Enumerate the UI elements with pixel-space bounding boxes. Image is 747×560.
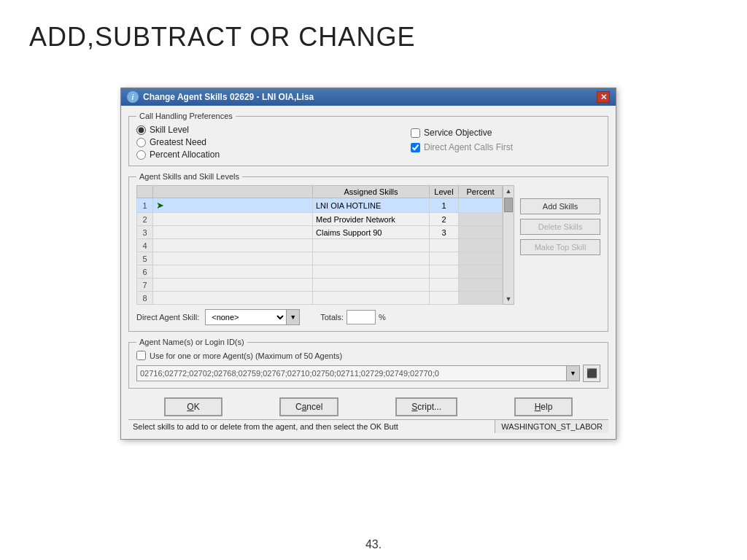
agent-section-legend: Agent Name(s) or Login ID(s) — [136, 338, 247, 346]
scroll-up-arrow[interactable]: ▲ — [506, 186, 512, 196]
col-header-percent: Percent — [459, 186, 503, 198]
agent-id-dropdown-arrow[interactable]: ▼ — [566, 366, 579, 381]
help-button[interactable]: Help — [514, 397, 573, 416]
agent-checkbox-row[interactable]: Use for one or more Agent(s) (Maximum of… — [136, 351, 600, 360]
row-num: 7 — [137, 279, 153, 292]
main-window: i Change Agent Skills 02629 - LNI OIA,Li… — [120, 88, 616, 440]
greatest-need-label: Greatest Need — [150, 137, 206, 147]
call-handling-content: Skill Level Greatest Need Percent Alloca… — [136, 125, 600, 160]
call-handling-legend: Call Handling Preferences — [136, 112, 236, 120]
skill-percent — [459, 213, 503, 226]
skill-name — [313, 292, 430, 305]
direct-agent-select-wrapper[interactable]: <none> ▼ — [205, 309, 300, 325]
service-objective-label: Service Objective — [424, 128, 492, 138]
skill-percent — [459, 265, 503, 279]
skill-name: LNI OIA HOTLINE — [313, 198, 430, 213]
skill-name — [313, 239, 430, 252]
radio-skill-level[interactable]: Skill Level — [136, 125, 297, 135]
skill-name — [313, 279, 430, 292]
totals-area: Totals: % — [320, 310, 386, 324]
direct-agent-row: Direct Agent Skill: <none> ▼ Totals: % — [136, 309, 600, 325]
row-num: 5 — [137, 252, 153, 265]
use-for-agents-label: Use for one or more Agent(s) (Maximum of… — [150, 351, 342, 360]
agent-id-input-wrapper[interactable]: 02716;02772;02702;02768;02759;02767;0271… — [136, 365, 580, 381]
make-top-skill-button[interactable]: Make Top Skill — [520, 239, 600, 255]
totals-input[interactable] — [347, 310, 376, 324]
skill-name: Claims Support 90 — [313, 226, 430, 239]
service-objective-row[interactable]: Service Objective — [411, 128, 600, 138]
skills-table: Assigned Skills Level Percent 1 ➤ LNI OI… — [136, 185, 503, 305]
table-scroll-wrapper: Assigned Skills Level Percent 1 ➤ LNI OI… — [136, 185, 514, 305]
row-arrow — [153, 239, 313, 252]
radio-greatest-need[interactable]: Greatest Need — [136, 137, 297, 147]
direct-agent-skill-label: Direct Agent Skill: — [136, 313, 199, 322]
row-arrow — [153, 213, 313, 226]
skill-level — [430, 239, 459, 252]
script-button[interactable]: Script... — [395, 397, 457, 416]
scroll-down-arrow[interactable]: ▼ — [506, 294, 512, 304]
table-row[interactable]: 6 — [137, 265, 503, 279]
cancel-button[interactable]: Cancel — [279, 397, 338, 416]
skill-buttons: Add Skills Delete Skills Make Top Skill — [520, 185, 600, 305]
skill-percent — [459, 279, 503, 292]
col-header-assigned: Assigned Skills — [313, 186, 430, 198]
window-body: Call Handling Preferences Skill Level Gr… — [121, 106, 616, 439]
table-row[interactable]: 4 — [137, 239, 503, 252]
table-row[interactable]: 1 ➤ LNI OIA HOTLINE 1 — [137, 198, 503, 213]
skill-name — [313, 252, 430, 265]
use-for-agents-checkbox[interactable] — [136, 351, 146, 360]
skill-level — [430, 265, 459, 279]
select-dropdown-arrow[interactable]: ▼ — [286, 310, 299, 324]
skills-legend: Agent Skills and Skill Levels — [136, 172, 242, 181]
ok-button[interactable]: OK — [164, 397, 222, 416]
window-icon: i — [127, 91, 139, 103]
skill-level — [430, 279, 459, 292]
agent-id-icon-button[interactable]: ⬛ — [583, 365, 600, 382]
skills-fieldset: Agent Skills and Skill Levels Assigned S… — [128, 172, 608, 332]
direct-agent-calls-label: Direct Agent Calls First — [424, 142, 513, 152]
page-title: ADD,SUBTRACT OR CHANGE — [0, 0, 747, 60]
table-inner: Assigned Skills Level Percent 1 ➤ LNI OI… — [136, 185, 503, 305]
table-row[interactable]: 3 Claims Support 90 3 — [137, 226, 503, 239]
percent-allocation-label: Percent Allocation — [150, 149, 220, 160]
skill-level — [430, 292, 459, 305]
row-arrow — [153, 265, 313, 279]
skill-percent — [459, 292, 503, 305]
page-number: 43. — [0, 538, 747, 551]
agent-id-input[interactable]: 02716;02772;02702;02768;02759;02767;0271… — [137, 369, 566, 378]
skill-percent — [459, 252, 503, 265]
table-scrollbar[interactable]: ▲ ▼ — [503, 185, 514, 305]
title-bar: i Change Agent Skills 02629 - LNI OIA,Li… — [121, 88, 616, 106]
skill-percent — [459, 239, 503, 252]
skill-level — [430, 252, 459, 265]
totals-label: Totals: — [320, 313, 344, 322]
table-row[interactable]: 8 — [137, 292, 503, 305]
row-arrow — [153, 226, 313, 239]
add-skills-button[interactable]: Add Skills — [520, 198, 600, 214]
bottom-buttons: OK Cancel Script... Help — [128, 394, 608, 419]
delete-skills-button[interactable]: Delete Skills — [520, 219, 600, 235]
close-button[interactable]: ✕ — [597, 91, 610, 103]
radio-percent-allocation[interactable]: Percent Allocation — [136, 149, 297, 160]
skill-level: 3 — [430, 226, 459, 239]
radio-group: Skill Level Greatest Need Percent Alloca… — [136, 125, 297, 160]
row-num: 2 — [137, 213, 153, 226]
row-arrow: ➤ — [153, 198, 313, 213]
skill-level: 2 — [430, 213, 459, 226]
scroll-thumb[interactable] — [504, 198, 513, 212]
table-row[interactable]: 7 — [137, 279, 503, 292]
row-num: 6 — [137, 265, 153, 279]
row-num: 3 — [137, 226, 153, 239]
direct-agent-select[interactable]: <none> — [206, 312, 286, 322]
row-num: 1 — [137, 198, 153, 213]
table-row[interactable]: 5 — [137, 252, 503, 265]
window-title: Change Agent Skills 02629 - LNI OIA,Lisa — [143, 92, 314, 102]
table-row[interactable]: 2 Med Provider Network 2 — [137, 213, 503, 226]
title-bar-left: i Change Agent Skills 02629 - LNI OIA,Li… — [127, 91, 314, 103]
skill-percent — [459, 198, 503, 213]
call-handling-fieldset: Call Handling Preferences Skill Level Gr… — [128, 112, 608, 166]
skill-name: Med Provider Network — [313, 213, 430, 226]
direct-agent-calls-row[interactable]: Direct Agent Calls First — [411, 142, 600, 152]
row-arrow — [153, 292, 313, 305]
row-arrow — [153, 252, 313, 265]
